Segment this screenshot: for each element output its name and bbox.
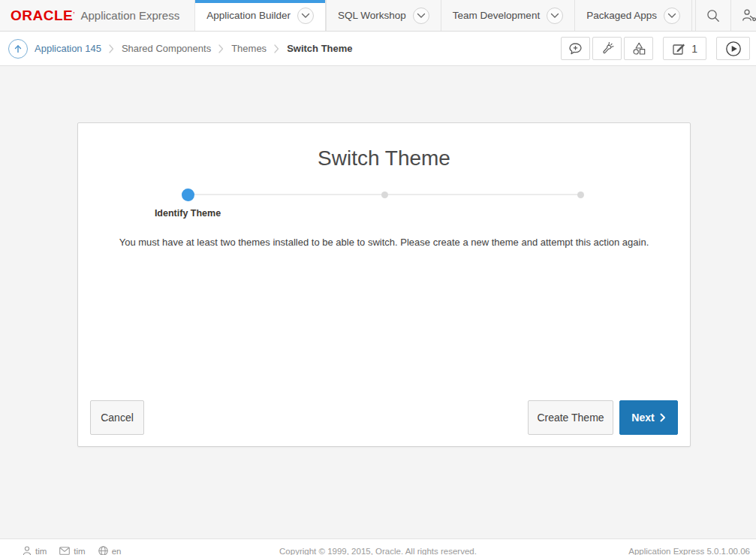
breadcrumb-application[interactable]: Application 145 xyxy=(35,43,101,54)
wizard-step-pending-dot xyxy=(381,192,388,198)
tab-sql-workshop[interactable]: SQL Workshop xyxy=(326,0,441,31)
comment-plus-icon xyxy=(568,42,583,56)
topbar-utility-icons: ? xyxy=(691,0,756,31)
breadcrumb-themes[interactable]: Themes xyxy=(231,43,267,54)
up-level-button[interactable] xyxy=(8,39,28,59)
tab-label: Packaged Apps xyxy=(586,10,657,21)
breadcrumb-separator-icon xyxy=(109,44,114,53)
page-title: Switch Theme xyxy=(78,146,690,170)
oracle-brand-text: ORACLE xyxy=(11,8,73,24)
tab-dropdown-icon[interactable] xyxy=(297,8,314,24)
tab-dropdown-icon[interactable] xyxy=(664,8,680,24)
run-play-icon xyxy=(725,41,742,57)
oracle-apex-logo[interactable]: ORACLE ’ Application Express xyxy=(0,0,194,31)
edit-page-number: 1 xyxy=(691,43,697,55)
cancel-button[interactable]: Cancel xyxy=(90,400,144,435)
edit-page-button[interactable]: 1 xyxy=(663,37,706,60)
tab-label: SQL Workshop xyxy=(338,10,406,21)
breadcrumb-separator-icon xyxy=(274,44,279,53)
tab-dropdown-icon[interactable] xyxy=(547,8,563,24)
chevron-right-icon xyxy=(660,413,666,422)
edit-page-icon xyxy=(672,42,686,56)
chevron-down-icon xyxy=(550,13,559,19)
top-navigation-bar: ORACLE ’ Application Express Application… xyxy=(0,0,756,32)
chevron-down-icon xyxy=(417,13,426,19)
shared-components-button[interactable] xyxy=(624,37,653,60)
next-button-label: Next xyxy=(631,412,654,424)
run-application-button[interactable] xyxy=(716,37,750,60)
wizard-step-current-dot xyxy=(182,189,194,201)
page-footer: tim tim en Copyright © 1999, 2015, Oracl… xyxy=(0,538,756,555)
admin-user-wrench-icon xyxy=(741,8,756,23)
search-button[interactable] xyxy=(695,0,730,31)
product-name-text: Application Express xyxy=(80,9,179,22)
footer-version: Application Express 5.0.1.00.06 xyxy=(628,547,750,555)
oracle-brand-mark: ’ xyxy=(73,11,74,20)
main-content-region: Switch Theme Identify Theme You must hav… xyxy=(0,66,756,538)
page-toolbar: 1 xyxy=(559,37,750,60)
breadcrumb-separator-icon xyxy=(218,44,224,53)
breadcrumb-shared-components[interactable]: Shared Components xyxy=(122,43,211,54)
arrow-up-icon xyxy=(13,44,23,54)
search-icon xyxy=(706,8,721,23)
spotlight-button[interactable] xyxy=(592,37,622,60)
tab-packaged-apps[interactable]: Packaged Apps xyxy=(574,0,691,31)
administration-menu-button[interactable] xyxy=(730,0,756,31)
tab-application-builder[interactable]: Application Builder xyxy=(194,0,326,31)
breadcrumb-bar: Application 145 Shared Components Themes… xyxy=(0,32,756,66)
create-theme-button[interactable]: Create Theme xyxy=(528,400,613,435)
next-button[interactable]: Next xyxy=(619,400,678,435)
wizard-message: You must have at least two themes instal… xyxy=(78,237,690,248)
chevron-down-icon xyxy=(667,13,676,19)
flashlight-icon xyxy=(600,41,615,56)
tab-team-development[interactable]: Team Development xyxy=(441,0,574,31)
tab-dropdown-icon[interactable] xyxy=(413,8,429,24)
wizard-step-pending-dot xyxy=(577,192,584,198)
wizard-step-label: Identify Theme xyxy=(155,208,221,219)
breadcrumb-current-page: Switch Theme xyxy=(287,43,352,54)
tab-label: Application Builder xyxy=(206,10,291,21)
tab-label: Team Development xyxy=(453,10,540,21)
shapes-icon xyxy=(631,41,646,56)
add-comment-button[interactable] xyxy=(561,37,590,60)
switch-theme-wizard-card: Switch Theme Identify Theme You must hav… xyxy=(77,122,691,447)
chevron-down-icon xyxy=(301,13,310,19)
breadcrumb: Application 145 Shared Components Themes… xyxy=(35,43,353,54)
